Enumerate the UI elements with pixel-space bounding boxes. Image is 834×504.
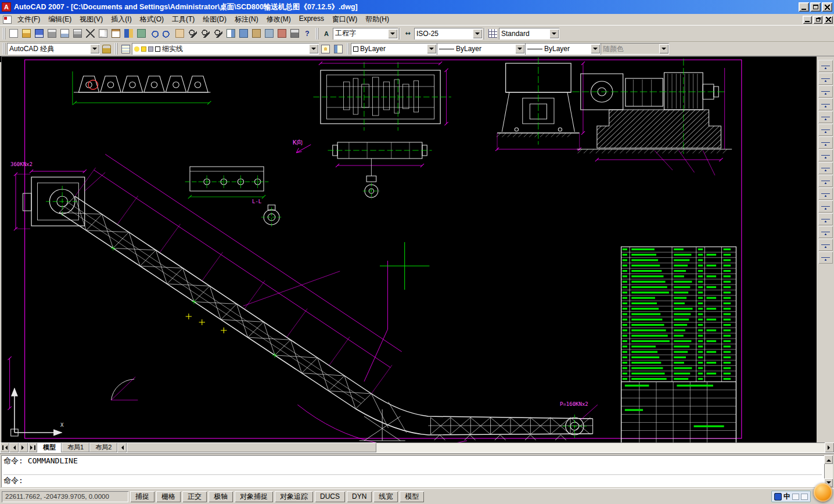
standard-toolbar-button[interactable]: [199, 27, 211, 40]
dimension-tool-button[interactable]: [818, 239, 833, 251]
dim-style-combo[interactable]: ISO-25: [414, 28, 483, 39]
previous-tab-button[interactable]: [9, 442, 19, 452]
dimension-tool-button[interactable]: [818, 98, 833, 110]
chevron-down-icon[interactable]: [473, 29, 482, 38]
ime-mode-label[interactable]: 中: [783, 492, 790, 502]
dimension-tool-button[interactable]: [818, 226, 833, 238]
scroll-up-button[interactable]: [824, 455, 833, 464]
layer-on-icon[interactable]: [134, 46, 139, 52]
dimension-tool-button[interactable]: [818, 73, 833, 85]
last-tab-button[interactable]: [28, 442, 37, 452]
status-toggle-button[interactable]: 正交: [182, 491, 207, 502]
standard-toolbar-button[interactable]: [109, 27, 122, 40]
status-toggle-button[interactable]: 栅格: [156, 491, 181, 502]
ime-bar[interactable]: 中: [771, 491, 811, 502]
ime-keyboard-icon[interactable]: [792, 494, 799, 500]
table-style-icon[interactable]: [486, 27, 499, 40]
chevron-down-icon[interactable]: [591, 44, 600, 53]
command-text-area[interactable]: 命令: COMMANDLINE 命令:: [1, 455, 824, 487]
standard-toolbar-button[interactable]: [84, 27, 96, 40]
toolbar-grip[interactable]: [2, 28, 5, 39]
layer-previous-icon[interactable]: [332, 42, 344, 55]
status-toggle-button[interactable]: 捕捉: [130, 491, 154, 502]
scroll-left-button[interactable]: [117, 442, 127, 452]
status-toggle-button[interactable]: 极轴: [208, 491, 233, 502]
text-style-combo[interactable]: 工程字: [333, 28, 398, 39]
chevron-down-icon[interactable]: [90, 44, 99, 53]
standard-toolbar-button[interactable]: [7, 27, 20, 40]
first-tab-button[interactable]: [0, 442, 9, 452]
status-toggle-button[interactable]: 模型: [400, 491, 424, 502]
color-combo[interactable]: ByLayer: [351, 43, 437, 55]
table-style-combo[interactable]: Standard: [499, 28, 559, 39]
dimension-tool-button[interactable]: [818, 213, 833, 225]
menu-item[interactable]: 视图(V): [76, 13, 107, 26]
layout-tab[interactable]: 模型: [37, 442, 62, 452]
scroll-right-button[interactable]: [825, 442, 834, 452]
lineweight-combo[interactable]: ByLayer: [525, 43, 601, 55]
dimension-tool-button[interactable]: [818, 136, 833, 149]
dimension-tool-button[interactable]: [818, 162, 833, 174]
menu-item[interactable]: 帮助(H): [361, 13, 393, 26]
dimension-tool-button[interactable]: [818, 60, 833, 72]
standard-toolbar-button[interactable]: [275, 27, 288, 40]
dimension-tool-button[interactable]: [818, 111, 833, 123]
dimension-tool-button[interactable]: [818, 188, 833, 200]
linetype-combo[interactable]: ByLayer: [437, 43, 525, 55]
status-toggle-button[interactable]: 对象捕捉: [235, 491, 273, 502]
dim-style-icon[interactable]: [401, 27, 414, 40]
standard-toolbar-button[interactable]: [250, 27, 263, 40]
standard-toolbar-button[interactable]: [122, 27, 135, 40]
menu-item[interactable]: 插入(I): [107, 13, 135, 26]
standard-toolbar-button[interactable]: [186, 27, 199, 40]
minimize-button[interactable]: [799, 2, 809, 12]
dimension-tool-button[interactable]: [818, 85, 833, 98]
standard-toolbar-button[interactable]: [211, 27, 224, 40]
standard-toolbar-button[interactable]: [301, 27, 314, 40]
layer-freeze-icon[interactable]: [141, 46, 146, 52]
standard-toolbar-button[interactable]: [288, 27, 301, 40]
standard-toolbar-button[interactable]: [148, 27, 160, 40]
menu-item[interactable]: 标注(N): [231, 13, 263, 26]
status-toggle-button[interactable]: 对象追踪: [275, 491, 313, 502]
menu-item[interactable]: 修改(M): [263, 13, 295, 26]
maximize-button[interactable]: [810, 2, 821, 12]
menu-item[interactable]: 格式(O): [136, 13, 168, 26]
drawing-canvas[interactable]: 360KNx2 K向 L-L P=160KNx2 X: [1, 56, 817, 442]
chevron-down-icon[interactable]: [388, 29, 397, 38]
dimension-tool-button[interactable]: [818, 124, 833, 136]
standard-toolbar-button[interactable]: [20, 27, 33, 40]
horizontal-scrollbar[interactable]: [117, 442, 834, 452]
drawing-file-icon[interactable]: [3, 16, 12, 24]
toolbar-grip[interactable]: [2, 43, 5, 55]
dimension-tool-button[interactable]: [818, 200, 833, 213]
menu-item[interactable]: 工具(T): [168, 13, 199, 26]
standard-toolbar-button[interactable]: [33, 27, 45, 40]
standard-toolbar-button[interactable]: [263, 27, 275, 40]
chevron-down-icon[interactable]: [309, 44, 318, 53]
lock-toolbars-icon[interactable]: [100, 42, 113, 55]
menu-item[interactable]: 绘图(D): [199, 13, 231, 26]
standard-toolbar-button[interactable]: [224, 27, 237, 40]
standard-toolbar-button[interactable]: [237, 27, 250, 40]
standard-toolbar-button[interactable]: [45, 27, 58, 40]
standard-toolbar-button[interactable]: [173, 27, 186, 40]
menu-item[interactable]: Express: [295, 13, 328, 26]
workspace-combo[interactable]: AutoCAD 经典: [7, 43, 100, 55]
child-restore-button[interactable]: [813, 16, 822, 24]
standard-toolbar-button[interactable]: [135, 27, 148, 40]
layer-lock-icon[interactable]: [148, 46, 153, 52]
chevron-down-icon[interactable]: [427, 44, 436, 53]
ime-icon[interactable]: [774, 493, 782, 501]
horizontal-scroll-thumb[interactable]: [127, 442, 376, 452]
dimension-tool-button[interactable]: [818, 149, 833, 161]
floating-assistant-bubble[interactable]: [814, 483, 832, 502]
chevron-down-icon[interactable]: [515, 44, 524, 53]
layer-combo[interactable]: 细实线: [132, 43, 319, 55]
status-toggle-button[interactable]: DYN: [347, 491, 372, 502]
layout-tab[interactable]: 布局1: [62, 442, 89, 452]
close-button[interactable]: [822, 2, 832, 12]
dimension-tool-button[interactable]: [818, 251, 833, 264]
ime-settings-icon[interactable]: [801, 494, 808, 500]
coordinate-readout[interactable]: 22611.7662, -204739.9705, 0.0000: [2, 491, 128, 502]
